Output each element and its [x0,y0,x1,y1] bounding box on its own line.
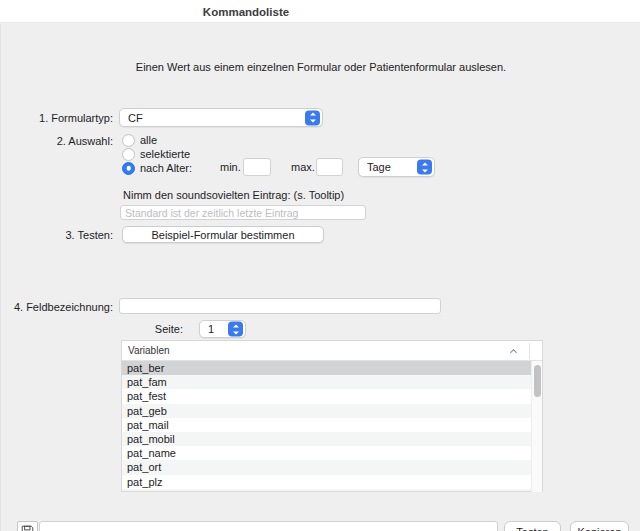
variables-table-header[interactable]: Variablen [122,341,542,361]
formulartyp-label: 1. Formulartyp: [39,112,113,124]
table-row[interactable]: pat_ort [122,460,542,474]
footer-kopieren-button[interactable]: Kopieren [570,521,629,531]
radio-icon[interactable] [122,162,135,175]
table-row[interactable]: pat_geb [122,404,542,418]
unit-select[interactable]: Tage [358,157,435,177]
table-row[interactable]: pat_fam [122,375,542,389]
table-row[interactable]: pat_plz [122,475,542,489]
select-stepper-icon [417,160,432,175]
radio-label: alle [140,134,157,146]
table-row[interactable]: pat_fest [122,389,542,403]
footer-testen-button[interactable]: Testen [504,521,561,531]
intro-text: Einen Wert aus einem einzelnen Formular … [1,61,640,73]
table-row[interactable]: pat_mobil [122,432,542,446]
seite-label: Seite: [155,323,183,335]
table-row[interactable]: pat_mail [122,418,542,432]
beispiel-formular-button[interactable]: Beispiel-Formular bestimmen [122,226,324,243]
save-button[interactable] [17,521,38,531]
feldbezeichnung-label: 4. Feldbezeichnung: [14,301,113,313]
seite-select[interactable]: 1 [199,320,246,338]
window-titlebar: Kommandoliste [0,0,640,23]
variables-column-header: Variablen [128,345,170,356]
sort-chevron-up-icon [510,349,517,356]
select-stepper-icon [228,322,243,337]
radio-label: selektierte [140,148,190,160]
select-stepper-icon [305,110,320,125]
table-row[interactable]: pat_name [122,446,542,460]
radio-label: nach Alter: [140,162,192,174]
eintrag-label: Nimm den soundsovielten Eintrag: (s. Too… [123,189,344,201]
min-input[interactable] [243,158,271,176]
min-label: min. [220,161,241,173]
auswahl-label: 2. Auswahl: [57,135,113,147]
eintrag-input[interactable] [120,205,366,220]
testen-label: 3. Testen: [66,229,114,241]
seite-selected-value: 1 [208,323,214,335]
formulartyp-select[interactable]: CF [119,108,323,127]
table-row[interactable]: pat_str [122,489,542,491]
floppy-disk-icon [21,525,34,531]
radio-icon[interactable] [122,148,135,161]
max-label: max. [291,161,315,173]
radio-icon[interactable] [122,134,135,147]
window-title: Kommandoliste [203,6,289,18]
kommandoliste-window: Kommandoliste Einen Wert aus einem einze… [0,0,640,531]
scrollbar-thumb[interactable] [534,365,541,397]
table-scrollbar[interactable] [531,361,542,492]
variables-list: pat_berpat_fampat_festpat_gebpat_mailpat… [122,361,542,491]
feldbezeichnung-input[interactable] [119,298,441,314]
max-input[interactable] [316,158,343,176]
radio-option-alle[interactable]: alle [122,133,157,147]
variables-table: Variablen pat_berpat_fampat_festpat_gebp… [121,340,543,492]
radio-option-nach-alter[interactable]: nach Alter: [122,161,192,175]
dialog-content: Einen Wert aus einem einzelnen Formular … [0,24,640,531]
radio-option-selektierte[interactable]: selektierte [122,147,190,161]
unit-selected-value: Tage [367,161,391,173]
table-row[interactable]: pat_ber [122,361,542,375]
command-input[interactable] [39,521,498,531]
header-divider [529,343,530,359]
formulartyp-selected-value: CF [128,112,143,124]
